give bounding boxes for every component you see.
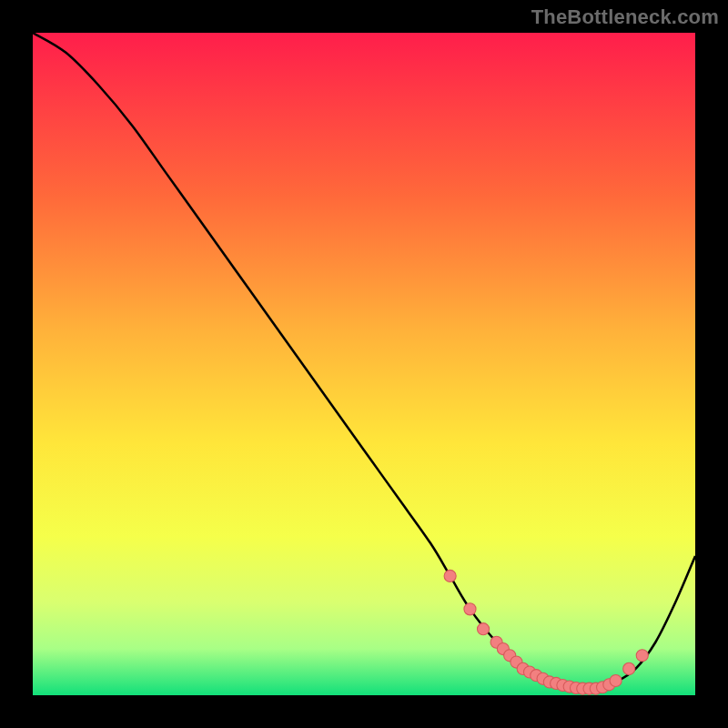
marker-point	[477, 623, 489, 635]
chart-frame: TheBottleneck.com	[0, 0, 728, 728]
marker-point	[623, 662, 635, 674]
gradient-background	[33, 33, 695, 695]
marker-point	[444, 570, 456, 581]
bottleneck-chart	[33, 33, 695, 695]
marker-point	[464, 603, 476, 615]
marker-point	[610, 674, 622, 686]
attribution-text: TheBottleneck.com	[531, 5, 719, 29]
marker-point	[636, 650, 648, 662]
